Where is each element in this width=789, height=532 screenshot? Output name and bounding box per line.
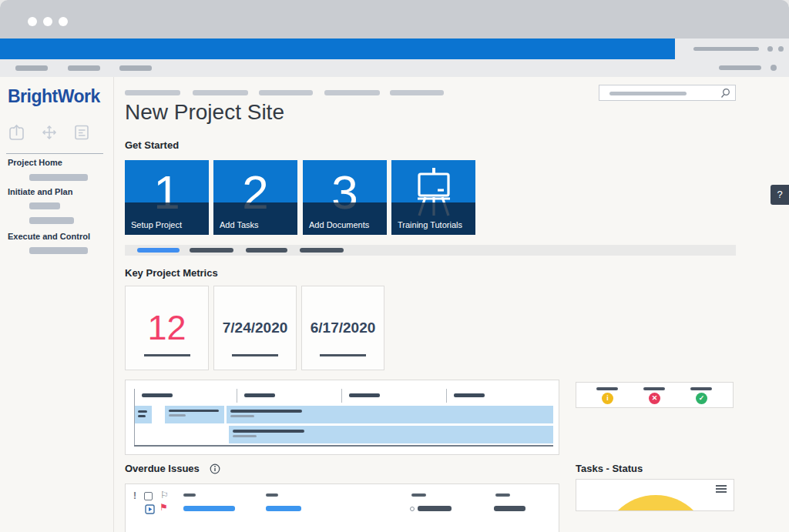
top-link-placeholder[interactable] xyxy=(125,90,180,95)
tile-label: Add Documents xyxy=(309,220,369,229)
column-header-placeholder[interactable] xyxy=(495,494,510,497)
focus-icon[interactable] xyxy=(771,65,777,71)
tile-training-tutorials[interactable]: Training Tutorials xyxy=(391,160,475,235)
tile-band xyxy=(391,202,475,235)
timeline-milestone[interactable] xyxy=(135,406,152,423)
success-status-icon[interactable]: ✓ xyxy=(696,393,707,404)
info-icon[interactable] xyxy=(210,463,220,474)
key-metrics-heading: Key Project Metrics xyxy=(125,267,218,279)
timeline-axis-bottom xyxy=(134,445,553,447)
timeline-task-bar[interactable] xyxy=(227,406,553,423)
search-icon[interactable] xyxy=(720,88,730,99)
checkbox-column-icon[interactable] xyxy=(144,492,153,500)
move-icon[interactable] xyxy=(40,123,59,142)
tile-label: Add Tasks xyxy=(220,220,259,229)
column-header-placeholder[interactable] xyxy=(183,494,196,497)
share-placeholder[interactable] xyxy=(719,65,761,70)
timeline-date-placeholder xyxy=(142,393,173,397)
window-control-icon[interactable] xyxy=(28,17,37,26)
sidebar-divider xyxy=(113,77,114,532)
issue-item-icon xyxy=(145,504,155,514)
brightwork-logo[interactable]: BrightWork xyxy=(8,86,100,107)
task-text-placeholder xyxy=(233,435,257,437)
search-input[interactable] xyxy=(599,85,736,101)
sidebar-rule xyxy=(6,153,103,154)
get-started-heading: Get Started xyxy=(125,139,179,151)
tile-band xyxy=(303,202,387,235)
tile-label: Training Tutorials xyxy=(398,220,462,229)
sidebar-link-placeholder[interactable] xyxy=(29,247,88,254)
timeline-date-placeholder xyxy=(454,393,485,397)
help-icon[interactable] xyxy=(778,46,784,52)
page-title: New Project Site xyxy=(125,100,284,125)
browser-titlebar xyxy=(0,0,789,38)
notes-icon[interactable] xyxy=(72,123,91,142)
presence-icon xyxy=(410,507,415,511)
task-text-placeholder xyxy=(230,415,254,417)
column-header-placeholder[interactable] xyxy=(411,494,426,497)
tile-band xyxy=(125,202,209,235)
milestone-text-placeholder xyxy=(138,410,147,413)
overdue-issues-heading: Overdue Issues xyxy=(125,463,200,474)
suite-bar-right xyxy=(675,38,789,59)
red-flag-icon: ⚑ xyxy=(159,502,168,513)
tasks-status-chart[interactable] xyxy=(576,479,734,511)
search-placeholder-text xyxy=(609,92,687,95)
pagination-segment[interactable] xyxy=(246,248,287,253)
chart-menu-icon[interactable] xyxy=(716,485,727,494)
sidebar-item-initiate-and-plan[interactable]: Initiate and Plan xyxy=(8,187,72,196)
error-status-icon[interactable]: ✕ xyxy=(649,393,660,404)
top-link-placeholder[interactable] xyxy=(390,90,444,95)
top-link-placeholder[interactable] xyxy=(324,90,380,95)
flag-column-icon[interactable]: ⚐ xyxy=(160,490,169,500)
priority-column-icon[interactable]: ! xyxy=(133,490,136,501)
column-header-placeholder[interactable] xyxy=(266,494,278,497)
kpi-label-placeholder xyxy=(643,387,665,390)
timeline-tick xyxy=(341,389,342,403)
metric-card-overdue-count[interactable]: 12 xyxy=(125,286,209,370)
tile-setup-project[interactable]: 1 Setup Project xyxy=(125,160,209,235)
ribbon-tab-placeholder[interactable] xyxy=(119,65,152,71)
sidebar-item-execute-and-control[interactable]: Execute and Control xyxy=(8,232,90,241)
sidebar-item-project-home[interactable]: Project Home xyxy=(8,158,62,167)
task-text-placeholder xyxy=(169,414,186,417)
issue-title-placeholder[interactable] xyxy=(183,506,235,511)
tasks-status-heading: Tasks - Status xyxy=(576,463,643,474)
metric-card-date-1[interactable]: 7/24/2020 xyxy=(213,286,297,370)
issue-link-placeholder[interactable] xyxy=(266,506,301,511)
window-control-icon[interactable] xyxy=(43,17,52,26)
top-link-placeholder[interactable] xyxy=(193,90,248,95)
top-link-placeholder[interactable] xyxy=(259,90,313,95)
ribbon-tab-placeholder[interactable] xyxy=(15,65,48,71)
metric-value: 12 xyxy=(147,308,186,348)
task-text-placeholder xyxy=(230,410,302,413)
settings-icon[interactable] xyxy=(767,46,773,52)
sidebar-link-placeholder[interactable] xyxy=(29,217,74,224)
ribbon-tab-placeholder[interactable] xyxy=(68,65,100,71)
kpi-label-placeholder xyxy=(596,387,618,390)
metric-underline xyxy=(320,354,366,356)
issue-date-placeholder xyxy=(494,506,525,511)
pagination-segment[interactable] xyxy=(190,248,233,253)
pagination-segment-active[interactable] xyxy=(137,248,180,253)
timeline-task-bar[interactable] xyxy=(165,406,224,423)
metric-value: 6/17/2020 xyxy=(311,320,376,336)
pie-slice-yellow[interactable] xyxy=(602,495,710,511)
task-text-placeholder xyxy=(233,430,304,433)
window-control-icon[interactable] xyxy=(59,17,68,26)
suite-bar xyxy=(0,38,675,59)
help-tab-button[interactable]: ? xyxy=(771,185,789,205)
metric-card-date-2[interactable]: 6/17/2020 xyxy=(301,286,384,370)
timeline-task-bar[interactable] xyxy=(229,426,553,443)
timeline-tick xyxy=(237,389,237,403)
tile-add-documents[interactable]: 3 Add Documents xyxy=(303,160,387,235)
pagination-segment[interactable] xyxy=(300,248,344,253)
sidebar-link-placeholder[interactable] xyxy=(29,202,60,209)
task-text-placeholder xyxy=(169,410,219,412)
tile-add-tasks[interactable]: 2 Add Tasks xyxy=(213,160,297,235)
issue-owner-placeholder xyxy=(418,506,452,511)
warning-status-icon[interactable]: i xyxy=(602,393,613,404)
timeline-date-placeholder xyxy=(349,393,380,397)
share-up-icon[interactable] xyxy=(8,123,26,142)
sidebar-link-placeholder[interactable] xyxy=(29,174,88,181)
